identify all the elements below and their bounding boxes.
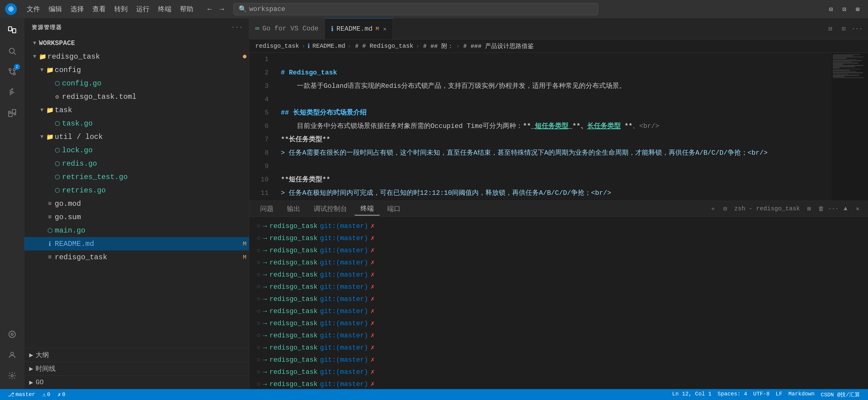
terminal-split-btn[interactable]: ⊟ — [720, 203, 731, 214]
status-cursor-position[interactable]: Ln 12, Col 1 — [669, 391, 715, 397]
svg-point-6 — [9, 69, 11, 71]
sidebar-item-go.sum[interactable]: ▶ ≡ go.sum — [24, 210, 249, 224]
terminal-close-btn[interactable]: ✕ — [852, 203, 863, 214]
forward-button[interactable]: → — [216, 4, 227, 14]
go-header[interactable]: ▶ GO — [24, 376, 249, 389]
readme-md-badge: M — [243, 240, 246, 247]
timeline-header[interactable]: ▶ 时间线 — [24, 362, 249, 375]
search-activity-icon[interactable] — [2, 41, 22, 61]
terminal-panel-layout-btn[interactable]: ⊞ — [804, 203, 814, 214]
menu-terminal[interactable]: 终端 — [154, 3, 175, 15]
sidebar-item-retries.go[interactable]: ▶ ⬡ retries.go — [24, 184, 249, 197]
terminal-maximize-btn[interactable]: ▲ — [840, 203, 851, 214]
menu-select[interactable]: 选择 — [67, 3, 88, 15]
editor-line-10: **短任务类型** — [281, 173, 824, 187]
settings-activity-icon[interactable] — [2, 366, 22, 386]
editor-line-9 — [281, 160, 824, 173]
sidebar-item-redisgo_task[interactable]: ▼ 📁 redisgo_task — [24, 50, 249, 63]
status-errors[interactable]: ⚠ 0 — [39, 389, 54, 400]
sidebar-item-retries_test.go[interactable]: ▶ ⬡ retries_test.go — [24, 170, 249, 184]
layout-btn-3[interactable]: ⊞ — [852, 4, 863, 14]
breadcrumb-h1[interactable]: # Redisgo_task — [362, 42, 413, 50]
readme-tab-modified: M — [376, 26, 379, 32]
status-language[interactable]: Markdown — [785, 391, 817, 397]
sidebar-item-redisgo_task-file[interactable]: ▶ ≡ redisgo_task M — [24, 250, 249, 264]
status-indentation[interactable]: Spaces: 4 — [715, 391, 750, 397]
sidebar-item-task[interactable]: ▼ 📁 task — [24, 103, 249, 117]
breadcrumb-h3-icon: ＃ — [462, 42, 468, 50]
more-editor-btn[interactable]: ··· — [851, 23, 863, 35]
util-arrow: ▼ — [39, 134, 45, 140]
extensions-activity-icon[interactable] — [2, 103, 22, 123]
breadcrumb-h3[interactable]: ### 产品设计思路借鉴 — [470, 42, 534, 50]
layout-btn-2[interactable]: ⊡ — [839, 4, 850, 14]
sidebar-more-options[interactable]: ··· — [233, 23, 242, 32]
terminal-title-label: zsh - redisgo_task — [732, 205, 802, 212]
menu-edit[interactable]: 编辑 — [45, 3, 66, 15]
svg-point-13 — [9, 331, 15, 338]
sidebar-item-README.md[interactable]: ▶ ℹ README.md M — [24, 237, 249, 250]
term-circle: ○ — [256, 220, 260, 233]
editor-line-2: # Redisgo_task — [281, 66, 824, 80]
sidebar-item-go.mod[interactable]: ▶ ≡ go.mod — [24, 197, 249, 210]
line-numbers: 1 2 3 4 5 6 7 8 9 10 11 12 — [249, 53, 274, 201]
terminal-more-btn[interactable]: ··· — [828, 203, 839, 214]
sidebar-item-redis.go[interactable]: ▶ ⬡ redis.go — [24, 157, 249, 170]
status-csdn[interactable]: CSDN @技/汇算 — [817, 391, 863, 398]
status-eol[interactable]: LF — [773, 391, 785, 397]
status-branch[interactable]: ⎇ master — [5, 389, 38, 400]
breadcrumb-h1-icon: ＃ — [354, 42, 360, 50]
remote-activity-icon[interactable] — [2, 325, 22, 344]
menu-goto[interactable]: 转到 — [111, 3, 131, 15]
breadcrumb-redisgo_task[interactable]: redisgo_task — [255, 42, 299, 50]
terminal-content[interactable]: ○ → redisgo_task git:(master) ✗ ○ → redi… — [249, 217, 868, 389]
breadcrumb-h2[interactable]: ## 附： — [430, 42, 454, 50]
tab-terminal[interactable]: 终端 — [354, 202, 380, 216]
terminal-add-btn[interactable]: ＋ — [708, 203, 718, 214]
menu-help[interactable]: 帮助 — [176, 3, 197, 15]
status-encoding[interactable]: UTF-8 — [750, 391, 773, 397]
titlebar: ⊕ 文件 编辑 选择 查看 转到 运行 终端 帮助 ← → 🔍 workspac… — [0, 0, 868, 18]
editor-lines[interactable]: # Redisgo_task 一款基于Goland语言实现的Redis分布式锁产… — [274, 53, 832, 201]
layout-btn-1[interactable]: ⊟ — [826, 4, 836, 14]
sidebar-item-util-lock[interactable]: ▼ 📁 util / lock — [24, 130, 249, 144]
menu-file[interactable]: 文件 — [23, 3, 44, 15]
go-sum-icon: ≡ — [46, 214, 54, 221]
layout-editor-btn[interactable]: ⊡ — [838, 23, 850, 35]
go-sum-label: go.sum — [55, 213, 246, 221]
sidebar-item-main.go[interactable]: ▶ ⬡ main.go — [24, 224, 249, 237]
breadcrumb-readme[interactable]: README.md — [312, 42, 345, 50]
tab-readme-md[interactable]: ℹ README.md M ✕ — [325, 18, 393, 39]
search-bar[interactable]: 🔍 workspace — [234, 3, 598, 15]
editor-line-8: > 任务A需要在很长的一段时间占有锁，这个时间未知，直至任务A结束，甚至特殊情况… — [281, 147, 824, 160]
readme-md-label: README.md — [55, 240, 239, 248]
sidebar-item-redisgo_task.toml[interactable]: ▶ ⚙ redisgo_task.toml — [24, 90, 249, 103]
workspace-root[interactable]: ▼ WORKSPACE — [24, 36, 249, 50]
activity-bar-bottom — [2, 325, 22, 387]
tab-ports[interactable]: 端口 — [381, 203, 407, 215]
term-x: ✗ — [370, 220, 374, 233]
sidebar-item-task.go[interactable]: ▶ ⬡ task.go — [24, 117, 249, 130]
editor-line-5: ## 长短类型分布式场景介绍 — [281, 106, 824, 120]
terminal-trash-btn[interactable]: 🗑 — [816, 203, 827, 214]
source-control-activity-icon[interactable]: 2 — [2, 62, 22, 82]
run-debug-activity-icon[interactable] — [2, 83, 22, 102]
sidebar-item-config.go[interactable]: ▶ ⬡ config.go — [24, 76, 249, 90]
tab-problems[interactable]: 问题 — [254, 203, 280, 215]
sidebar-item-config[interactable]: ▼ 📁 config — [24, 63, 249, 76]
sidebar-item-lock.go[interactable]: ▶ ⬡ lock.go — [24, 144, 249, 157]
tab-output[interactable]: 输出 — [281, 203, 306, 215]
editor-line-3: 一款基于Goland语言实现的Redis分布式锁产品，支持百万级实例/协程并发，… — [281, 80, 824, 93]
tab-debug-console[interactable]: 调试控制台 — [308, 203, 353, 215]
menu-view[interactable]: 查看 — [89, 3, 110, 15]
back-button[interactable]: ← — [204, 4, 215, 14]
explorer-activity-icon[interactable] — [2, 21, 22, 40]
tab-go-for-vscode[interactable]: ∞ Go for VS Code — [249, 18, 325, 39]
menu-run[interactable]: 运行 — [132, 3, 153, 15]
outline-header[interactable]: ▶ 大纲 — [24, 348, 249, 362]
status-warnings[interactable]: ✗ 0 — [54, 389, 68, 400]
account-activity-icon[interactable] — [2, 345, 22, 365]
util-label: util / lock — [55, 133, 246, 141]
split-editor-btn[interactable]: ⊟ — [824, 23, 836, 35]
readme-tab-close[interactable]: ✕ — [383, 26, 386, 32]
